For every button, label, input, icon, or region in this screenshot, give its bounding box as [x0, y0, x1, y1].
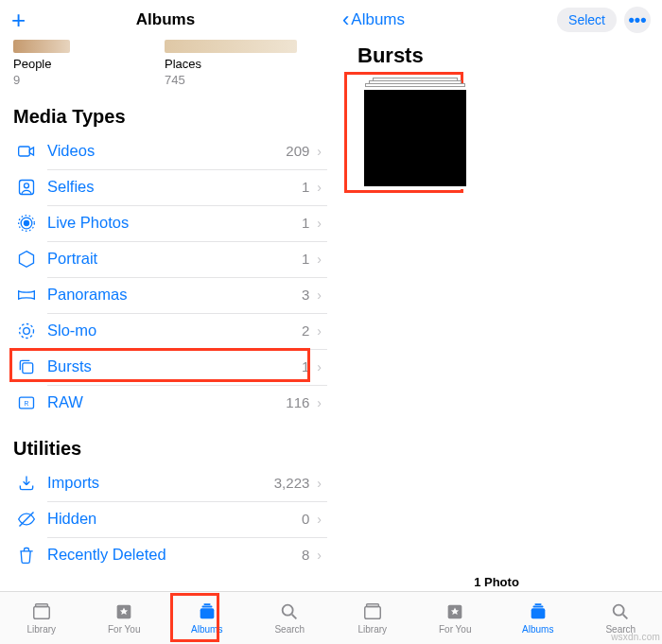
row-raw-count: 116: [286, 394, 311, 410]
svg-rect-8: [23, 363, 33, 374]
row-raw[interactable]: R RAW 116 ›: [13, 385, 327, 421]
tab-library-label: Library: [26, 624, 56, 635]
back-label: Albums: [351, 10, 405, 29]
row-imports-label: Imports: [40, 474, 274, 492]
row-panoramas-label: Panoramas: [40, 286, 302, 304]
row-recently-deleted[interactable]: Recently Deleted 8 ›: [13, 537, 327, 573]
tab-albums-label: Albums: [191, 624, 222, 635]
row-videos-count: 209: [286, 143, 311, 159]
row-imports-count: 3,223: [274, 475, 312, 491]
albums-icon: [527, 601, 549, 622]
bursts-top-bar: ‹ Albums Select •••: [331, 0, 662, 40]
row-raw-label: RAW: [40, 393, 286, 411]
chevron-right-icon: ›: [311, 359, 327, 374]
svg-rect-1: [20, 180, 34, 194]
portrait-icon: [13, 250, 40, 269]
panoramas-icon: [13, 286, 40, 305]
chevron-right-icon: ›: [311, 180, 327, 195]
row-panoramas[interactable]: Panoramas 3 ›: [13, 277, 327, 313]
places-album-thumb[interactable]: Places 745: [165, 40, 297, 89]
row-portrait-count: 1: [302, 251, 311, 267]
chevron-right-icon: ›: [311, 216, 327, 231]
svg-line-27: [623, 615, 628, 619]
svg-point-6: [20, 323, 34, 338]
phone-left-albums-list: + Albums People 9 Places 745 Media Types…: [0, 0, 331, 644]
search-icon: [278, 601, 301, 622]
albums-icon: [196, 601, 218, 622]
places-count: 745: [165, 73, 297, 89]
select-button[interactable]: Select: [557, 8, 617, 32]
back-albums-button[interactable]: ‹ Albums: [342, 8, 405, 32]
imports-icon: [13, 474, 40, 493]
svg-rect-0: [19, 147, 30, 156]
svg-rect-16: [201, 606, 212, 608]
burst-thumbnail[interactable]: [359, 78, 471, 191]
tab-foryou[interactable]: For You: [83, 592, 166, 644]
tab-library[interactable]: Library: [331, 592, 414, 644]
svg-rect-25: [534, 603, 541, 605]
tab-albums[interactable]: Albums: [166, 592, 249, 644]
row-portrait[interactable]: Portrait 1 ›: [13, 241, 327, 277]
svg-point-2: [25, 183, 29, 188]
livephotos-icon: [13, 214, 40, 233]
row-bursts-label: Bursts: [40, 357, 302, 375]
add-album-button[interactable]: +: [11, 6, 26, 35]
tab-search[interactable]: Search: [249, 592, 332, 644]
foryou-icon: [113, 601, 135, 622]
row-selfies-label: Selfies: [40, 178, 302, 196]
media-types-heading: Media Types: [0, 89, 331, 133]
row-selfies-count: 1: [302, 179, 311, 195]
svg-rect-15: [200, 608, 214, 618]
row-slomo-count: 2: [302, 322, 311, 339]
chevron-right-icon: ›: [311, 476, 327, 491]
row-livephotos-count: 1: [302, 215, 311, 231]
video-icon: [13, 142, 40, 161]
places-thumb-image: [165, 40, 297, 53]
row-deleted-count: 8: [302, 547, 311, 563]
svg-rect-17: [203, 603, 210, 605]
svg-rect-23: [531, 608, 545, 618]
chevron-left-icon: ‹: [342, 8, 349, 32]
row-videos[interactable]: Videos 209 ›: [13, 133, 327, 169]
svg-text:R: R: [25, 400, 29, 407]
people-count: 9: [13, 73, 70, 89]
row-deleted-label: Recently Deleted: [40, 546, 302, 564]
phone-right-bursts-album: ‹ Albums Select ••• Bursts 1 Photo Libra…: [331, 0, 662, 644]
utilities-heading: Utilities: [0, 421, 331, 465]
tab-search-label: Search: [274, 624, 305, 635]
tab-foryou-label: For You: [439, 624, 471, 635]
media-types-list: Videos 209 › Selfies 1 › Live Photos 1 ›…: [0, 133, 331, 421]
utilities-list: Imports 3,223 › Hidden 0 › Recently Dele…: [0, 465, 331, 573]
row-panoramas-count: 3: [302, 287, 311, 303]
svg-rect-24: [532, 606, 543, 608]
tab-albums[interactable]: Albums: [496, 592, 580, 644]
row-imports[interactable]: Imports 3,223 ›: [13, 465, 327, 501]
chevron-right-icon: ›: [311, 395, 327, 410]
people-thumb-image: [13, 40, 70, 53]
row-slomo-label: Slo-mo: [40, 322, 302, 339]
svg-point-18: [283, 605, 293, 616]
svg-rect-21: [366, 604, 378, 607]
row-bursts[interactable]: Bursts 1 ›: [13, 349, 327, 385]
search-icon: [609, 601, 632, 622]
tab-bar-left: Library For You Albums Search: [0, 591, 331, 644]
row-hidden[interactable]: Hidden 0 ›: [13, 501, 327, 537]
tab-library-label: Library: [357, 624, 387, 635]
row-slomo[interactable]: Slo-mo 2 ›: [13, 313, 327, 349]
foryou-icon: [444, 601, 466, 622]
svg-line-19: [292, 615, 297, 619]
svg-rect-20: [365, 607, 381, 619]
row-selfies[interactable]: Selfies 1 ›: [13, 169, 327, 205]
tab-library[interactable]: Library: [0, 592, 83, 644]
svg-rect-13: [35, 604, 47, 607]
more-options-button[interactable]: •••: [624, 7, 651, 33]
bursts-icon: [13, 357, 40, 376]
people-album-thumb[interactable]: People 9: [13, 40, 70, 89]
library-icon: [361, 601, 384, 622]
slomo-icon: [13, 322, 40, 340]
row-livephotos[interactable]: Live Photos 1 ›: [13, 205, 327, 241]
row-bursts-count: 1: [302, 358, 311, 374]
row-portrait-label: Portrait: [40, 250, 302, 268]
trash-icon: [13, 546, 40, 565]
tab-foryou[interactable]: For You: [414, 592, 497, 644]
